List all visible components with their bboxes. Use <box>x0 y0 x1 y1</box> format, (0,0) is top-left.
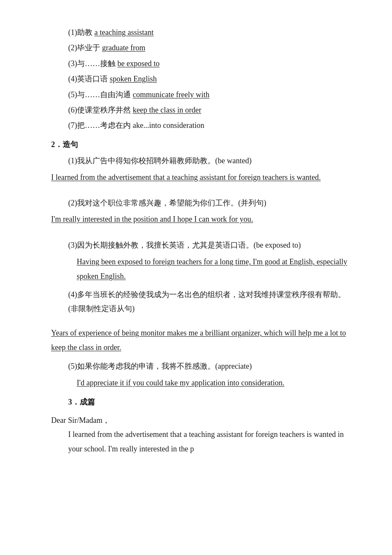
english-sentence-1: I learned from the advertisement that a … <box>51 173 321 182</box>
phrase-number: (3)与……接触 <box>68 59 115 68</box>
phrase-item-4: (4)英语口语 spoken English <box>68 72 349 86</box>
section2-title: 2．造句 <box>51 138 349 151</box>
sentence-english-block-5: I'd appreciate it if you could take my a… <box>77 376 349 390</box>
sentence-section-1: (1)我从广告中得知你校招聘外籍教师助教。(be wanted) I learn… <box>51 154 349 184</box>
sentence-section-5: (5)如果你能考虑我的申请，我将不胜感激。(appreciate) I'd ap… <box>51 359 349 390</box>
phrase-number: (4)英语口语 <box>68 75 108 83</box>
phrase-number: (7)把……考虑在内 <box>68 121 131 130</box>
sentence-chinese-5: (5)如果你能考虑我的申请，我将不胜感激。(appreciate) <box>68 359 349 373</box>
sentence-chinese-3: (3)因为长期接触外教，我擅长英语，尤其是英语口语。(be exposed to… <box>68 238 349 252</box>
sentence-chinese-4: (4)多年当班长的经验使我成为一名出色的组织者，这对我维持课堂秩序很有帮助。(非… <box>68 288 349 315</box>
sentence-english-block-4: Years of experience of being monitor mak… <box>51 326 349 355</box>
sentence-chinese-1: (1)我从广告中得知你校招聘外籍教师助教。(be wanted) <box>68 154 349 168</box>
phrase-item-1: (1)助教 a teaching assistant <box>68 26 349 39</box>
phrase-english: be exposed to <box>118 59 160 68</box>
phrase-english: a teaching assistant <box>95 28 154 37</box>
english-sentence-2: I'm really interested in the position an… <box>51 215 253 223</box>
phrase-number: (2)毕业于 <box>68 43 100 52</box>
english-sentence-3: Having been exposed to foreign teachers … <box>77 257 347 280</box>
letter-greeting: Dear Sir/Madam， <box>51 413 349 427</box>
phrase-item-7: (7)把……考虑在内 ake...into consideration <box>68 119 349 132</box>
english-sentence-5: I'd appreciate it if you could take my a… <box>77 379 285 387</box>
english-sentence-4: Years of experience of being monitor mak… <box>51 329 346 352</box>
phrase-item-3: (3)与……接触 be exposed to <box>68 57 349 70</box>
sentence-english-block-2: I'm really interested in the position an… <box>51 212 349 226</box>
phrase-english: spoken English <box>110 75 157 83</box>
phrases-section: (1)助教 a teaching assistant (2)毕业于 gradua… <box>51 26 349 133</box>
sentence-chinese-2: (2)我对这个职位非常感兴趣，希望能为你们工作。(并列句) <box>68 196 349 210</box>
sentence-section-4: (4)多年当班长的经验使我成为一名出色的组织者，这对我维持课堂秩序很有帮助。(非… <box>51 288 349 315</box>
sentence-english-block-3: Having been exposed to foreign teachers … <box>77 254 349 283</box>
sentence-english-block-1: I learned from the advertisement that a … <box>51 171 349 184</box>
sentence-section-2: (2)我对这个职位非常感兴趣，希望能为你们工作。(并列句) I'm really… <box>51 196 349 226</box>
phrase-english: graduate from <box>102 43 145 52</box>
letter-section: Dear Sir/Madam， I learned from the adver… <box>51 413 349 457</box>
phrase-number: (1)助教 <box>68 28 92 37</box>
phrase-item-6: (6)使课堂秩序井然 keep the class in order <box>68 103 349 117</box>
phrase-item-2: (2)毕业于 graduate from <box>68 41 349 55</box>
phrase-number: (5)与……自由沟通 <box>68 90 131 99</box>
phrase-item-5: (5)与……自由沟通 communicate freely with <box>68 88 349 101</box>
sentence-section-3: (3)因为长期接触外教，我擅长英语，尤其是英语口语。(be exposed to… <box>51 238 349 284</box>
phrase-number: (6)使课堂秩序井然 <box>68 106 131 114</box>
letter-body: I learned from the advertisement that a … <box>68 427 349 456</box>
phrase-english: ake...into consideration <box>133 121 205 130</box>
section3-title: 3．成篇 <box>68 395 349 409</box>
phrase-english: communicate freely with <box>133 90 210 99</box>
phrase-english: keep the class in order <box>133 106 202 114</box>
